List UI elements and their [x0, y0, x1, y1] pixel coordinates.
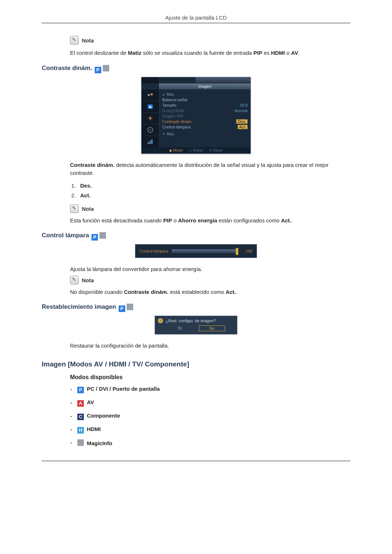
- osd-row-contraste: Contraste dinám. : Des.: [162, 119, 248, 124]
- contraste-opt-act: Act.: [77, 192, 350, 198]
- mode-badge-p-icon: P: [91, 234, 98, 241]
- lamp-slider-value: 100: [242, 249, 252, 253]
- note-block: Nota: [70, 276, 350, 284]
- note-block: Nota: [70, 36, 350, 45]
- osd-row-balance: Balance señal: [162, 97, 248, 103]
- section-lampara-title: Control lámpara P: [42, 232, 350, 241]
- svg-rect-9: [150, 141, 151, 144]
- svg-point-5: [149, 117, 151, 119]
- osd-side-icon-5: [142, 136, 159, 147]
- osd-row-nneg: N.neg HDMI : Normal: [162, 108, 248, 114]
- osd-title: Imagen: [159, 83, 250, 90]
- modos-disponibles-heading: Modos disponibles: [70, 374, 350, 381]
- mode-badge-p-icon: P: [95, 67, 101, 73]
- note-icon: [70, 276, 79, 284]
- mode-badge-m-icon: [103, 65, 109, 71]
- osd-row-tamano: Tamaño : 16:9: [162, 103, 248, 108]
- lampara-desc: Ajusta la lámpara del convertidor para a…: [70, 265, 350, 274]
- lamp-slider-label: Control lámpara: [140, 249, 168, 253]
- lamp-slider-screenshot: Control lámpara 100: [135, 244, 257, 258]
- osd-more-down: ▼Más: [162, 131, 248, 137]
- section-reset-title: Restablecimiento imagen P: [42, 303, 350, 312]
- mode-badge-p-icon: P: [119, 305, 125, 312]
- note-text: El control deslizante de Matiz sólo se v…: [70, 49, 350, 57]
- osd-menu-screenshot: Imagen: [141, 77, 251, 154]
- svg-rect-8: [148, 142, 149, 144]
- mode-item-hdmi: H HDMI: [70, 426, 350, 434]
- reset-dialog-no: No: [199, 325, 225, 331]
- mode-item-pc: P PC / DVI / Puerto de pantalla: [70, 386, 350, 393]
- mode-item-componente: C Componente: [70, 413, 350, 420]
- mode-badge-m-icon: [99, 232, 106, 239]
- svg-point-1: [151, 93, 153, 95]
- section-imagen-modes-title: Imagen [Modos AV / HDMI / TV/ Componente…: [42, 360, 350, 368]
- note-icon: [70, 36, 79, 45]
- osd-side-icon-4: [142, 124, 159, 136]
- mode-item-magicinfo: MagicInfo: [70, 439, 350, 446]
- osd-side-icon-2: [142, 101, 159, 113]
- contraste-opt-des: Des.: [77, 182, 350, 189]
- reset-dialog-yes: Sí: [167, 325, 192, 331]
- lamp-slider-track: [172, 249, 238, 253]
- note-label: Nota: [82, 37, 94, 44]
- reset-dialog-question: ¿Rest. configur. de imagen?: [166, 319, 216, 323]
- osd-side-icon-1: [142, 90, 159, 101]
- section-contraste-title: Contraste dinám. P: [42, 65, 350, 73]
- mode-badge-m-icon: [77, 439, 84, 446]
- osd-row-lampara: Control lámpara : Act.: [162, 124, 248, 130]
- mode-badge-p-icon: P: [77, 387, 84, 393]
- svg-point-7: [150, 129, 151, 131]
- note-label: Nota: [82, 206, 94, 212]
- svg-rect-10: [151, 139, 152, 144]
- mode-badge-a-icon: A: [77, 400, 84, 407]
- contraste-note-text: Esta función está desactivada cuando PIP…: [70, 217, 350, 225]
- lamp-slider-thumb: [236, 248, 238, 255]
- mode-badge-h-icon: H: [77, 427, 84, 434]
- mode-badge-m-icon: [127, 304, 133, 310]
- note-block: Nota: [70, 204, 350, 213]
- contraste-desc: Contraste dinám. detecta automáticamente…: [70, 161, 350, 177]
- modes-list: P PC / DVI / Puerto de pantalla A AV C C…: [70, 386, 350, 446]
- note-icon: [70, 204, 79, 213]
- lampara-note-text: No disponible cuando Contraste dinám. es…: [70, 288, 350, 296]
- info-icon: i: [158, 318, 163, 323]
- reset-dialog-screenshot: i ¿Rest. configur. de imagen? Sí No: [155, 316, 237, 335]
- mode-item-av: A AV: [70, 399, 350, 407]
- note-label: Nota: [82, 277, 94, 283]
- osd-row-pip: Imagen PIP: [162, 114, 248, 119]
- reset-desc: Restaurar la configuración de la pantall…: [70, 342, 350, 350]
- svg-point-0: [148, 94, 150, 96]
- osd-side-icon-3: [142, 113, 159, 124]
- page-title: Ajuste de la pantalla LCD: [165, 15, 226, 21]
- osd-more-up: ▲Más: [162, 92, 248, 97]
- page-header: Ajuste de la pantalla LCD: [42, 15, 350, 23]
- osd-footer: ◆ Mover ▭ Entrar ↺ Volver: [142, 147, 250, 153]
- contraste-options-list: Des. Act.: [70, 182, 350, 198]
- page-footer-rule: [42, 461, 350, 461]
- mode-badge-c-icon: C: [77, 414, 84, 420]
- osd-sidebar: [142, 90, 159, 147]
